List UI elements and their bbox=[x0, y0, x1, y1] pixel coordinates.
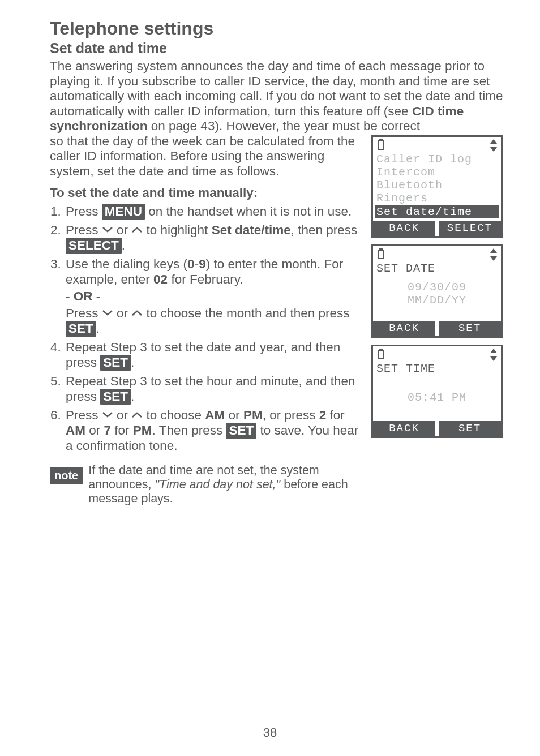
step2-text-a: Press bbox=[66, 223, 102, 237]
up-down-arrows-icon bbox=[490, 349, 498, 361]
steps-list: Press MENU on the handset when it is not… bbox=[50, 204, 363, 453]
set-button-label: SET bbox=[226, 423, 256, 439]
up-down-arrows-icon bbox=[490, 248, 498, 261]
svg-rect-9 bbox=[379, 349, 383, 350]
step6-a: Press bbox=[66, 408, 102, 422]
howto-heading: To set the date and time manually: bbox=[50, 186, 363, 200]
up-down-arrows-icon bbox=[490, 139, 498, 152]
period: . bbox=[122, 238, 125, 252]
step-4: Repeat Step 3 to set the date and year, … bbox=[65, 340, 363, 371]
lcd2-softkey-set: SET bbox=[439, 321, 501, 336]
note-italic: "Time and day not set," bbox=[155, 478, 280, 491]
chevron-down-icon bbox=[102, 222, 113, 237]
menu-button-label: MENU bbox=[102, 204, 145, 220]
step6-am: AM bbox=[205, 408, 225, 422]
step3-dash: - bbox=[195, 257, 199, 271]
lcd-set-date-screen: SET DATE 09/30/09 MM/DD/YY BACK SET bbox=[371, 244, 503, 338]
chevron-down-icon bbox=[102, 305, 113, 320]
lcd2-value2: MM/DD/YY bbox=[376, 294, 498, 307]
step6-b: or bbox=[113, 408, 132, 422]
set-button-label: SET bbox=[100, 389, 131, 405]
intro-paragraph-2: so that the day of the week can be calcu… bbox=[50, 134, 363, 179]
set-button-label: SET bbox=[66, 321, 96, 337]
lcd-menu-screen: Caller ID log Intercom Bluetooth Ringers… bbox=[371, 135, 503, 238]
svg-rect-8 bbox=[378, 350, 384, 359]
select-button-label: SELECT bbox=[66, 238, 122, 254]
chevron-down-icon bbox=[102, 407, 113, 422]
svg-marker-7 bbox=[490, 256, 497, 261]
intro-paragraph: The answering system announces the day a… bbox=[50, 59, 506, 134]
period: . bbox=[131, 355, 134, 370]
svg-rect-0 bbox=[378, 141, 384, 149]
battery-icon bbox=[376, 139, 385, 151]
lcd3-value1: 05:41 PM bbox=[376, 391, 498, 404]
step3-bold1: 0 bbox=[187, 257, 195, 271]
step6-c: to choose bbox=[143, 408, 205, 422]
lcd1-l3: Bluetooth bbox=[376, 179, 498, 192]
step6-h: . Then press bbox=[152, 423, 226, 437]
step6-seven: 7 bbox=[104, 423, 112, 437]
lcd3-softkey-back: BACK bbox=[373, 421, 435, 436]
svg-marker-10 bbox=[490, 349, 497, 353]
lcd1-softkey-select: SELECT bbox=[439, 221, 501, 236]
lcd3-title: SET TIME bbox=[376, 362, 498, 375]
step3-bold2: 9 bbox=[199, 257, 206, 271]
step-5: Repeat Step 3 to set the hour and minute… bbox=[65, 374, 363, 405]
step3-text-a: Use the dialing keys ( bbox=[66, 257, 187, 271]
svg-marker-11 bbox=[490, 356, 497, 361]
section-title: Set date and time bbox=[50, 40, 506, 57]
lcd2-title: SET DATE bbox=[376, 262, 498, 275]
svg-marker-6 bbox=[490, 248, 497, 253]
step3-alt: Press or to choose the month and then pr… bbox=[66, 306, 363, 337]
step3alt-c: to choose the month and then press bbox=[143, 306, 349, 320]
step6-pm2: PM bbox=[133, 423, 152, 437]
step2-text-c: to highlight bbox=[143, 223, 211, 237]
lcd2-value1: 09/30/09 bbox=[376, 281, 498, 294]
step3alt-b: or bbox=[113, 306, 132, 320]
lcd1-l4: Ringers bbox=[376, 192, 498, 205]
note-block: note If the date and time are not set, t… bbox=[50, 463, 363, 506]
lcd3-softkey-set: SET bbox=[439, 421, 501, 436]
step6-e: for bbox=[326, 408, 345, 422]
intro-text-b: on page 43). However, the year must be c… bbox=[148, 119, 421, 133]
svg-marker-2 bbox=[490, 139, 497, 144]
lcd2-softkey-back: BACK bbox=[373, 321, 435, 336]
or-label: - OR - bbox=[66, 289, 363, 304]
lcd1-l2: Intercom bbox=[376, 166, 498, 179]
svg-rect-4 bbox=[378, 250, 384, 259]
note-text: If the date and time are not set, the sy… bbox=[88, 463, 363, 506]
step6-am2: AM bbox=[66, 423, 85, 437]
lcd1-l1: Caller ID log bbox=[376, 153, 498, 166]
lcd1-selected: Set date/time bbox=[375, 205, 499, 218]
svg-rect-5 bbox=[379, 248, 383, 250]
step1-text-b: on the handset when it is not in use. bbox=[145, 204, 352, 218]
step6-or: or bbox=[225, 408, 243, 422]
page-number: 38 bbox=[0, 725, 540, 740]
step6-pm: PM bbox=[243, 408, 263, 422]
svg-rect-1 bbox=[379, 139, 383, 141]
step2-text-d: , then press bbox=[291, 223, 358, 237]
step6-f: or bbox=[85, 423, 104, 437]
step1-text-a: Press bbox=[66, 204, 102, 218]
battery-icon bbox=[376, 349, 385, 360]
period: . bbox=[131, 389, 134, 403]
step3-bold3: 02 bbox=[153, 272, 168, 286]
step3-text-c: for February. bbox=[168, 272, 243, 286]
step6-d: , or press bbox=[263, 408, 319, 422]
page-title: Telephone settings bbox=[50, 18, 506, 39]
step6-two: 2 bbox=[319, 408, 327, 422]
step-1: Press MENU on the handset when it is not… bbox=[65, 204, 363, 220]
chevron-up-icon bbox=[131, 305, 143, 320]
step2-text-b: or bbox=[113, 223, 132, 237]
step3alt-a: Press bbox=[66, 306, 102, 320]
step6-g: for bbox=[111, 423, 133, 437]
chevron-up-icon bbox=[131, 407, 143, 422]
step-6: Press or to choose AM or PM, or press 2 … bbox=[65, 408, 363, 453]
step-3: Use the dialing keys (0-9) to enter the … bbox=[65, 257, 363, 336]
svg-marker-3 bbox=[490, 147, 497, 152]
chevron-up-icon bbox=[131, 222, 143, 237]
note-badge: note bbox=[50, 467, 83, 484]
battery-icon bbox=[376, 248, 385, 260]
set-button-label: SET bbox=[100, 355, 131, 371]
lcd1-softkey-back: BACK bbox=[373, 221, 435, 236]
